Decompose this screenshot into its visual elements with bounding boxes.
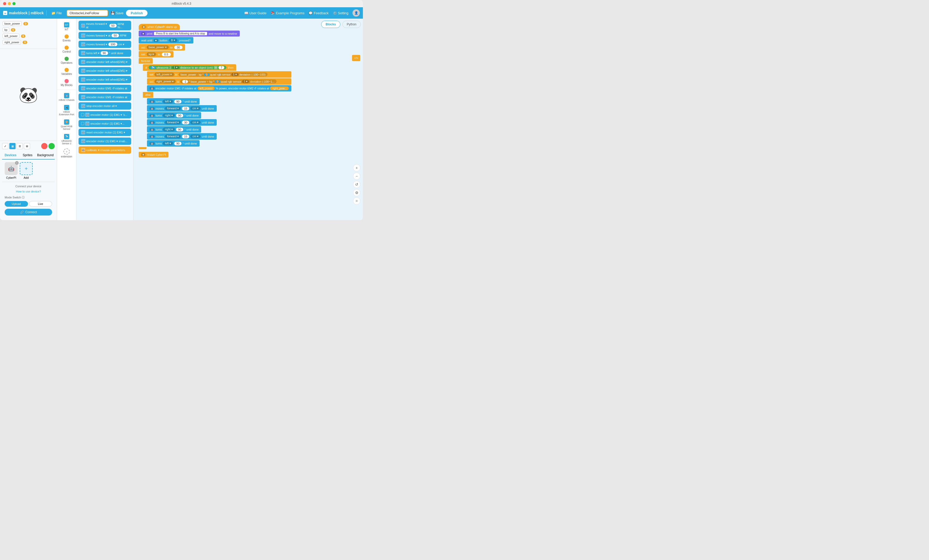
block-encoder-motor-rotates-1[interactable]: 🤖 encoder motor EM1 ↺ rotates at: [78, 85, 131, 92]
sensor-num-dropdown[interactable]: 1 ▾: [172, 66, 179, 69]
move-dir-fwd1[interactable]: forward ▾: [165, 106, 181, 110]
block-turns-right-90a[interactable]: 🤖 turns right ▾ 90 ° until done: [147, 112, 201, 119]
view-normal-button[interactable]: ▦: [9, 143, 15, 149]
turn-dir-left2[interactable]: left ▾: [163, 141, 173, 145]
rgb-num-dropdown-2[interactable]: 1 ▾: [242, 80, 249, 83]
feedback-button[interactable]: 💬 Feedback: [308, 11, 328, 15]
left-power-dropdown-2[interactable]: left_power ▾: [155, 72, 174, 77]
setting-button[interactable]: ⚙️ Setting: [333, 11, 348, 15]
move-unit-cm2[interactable]: cm ▾: [190, 121, 201, 124]
block-moves-forward-30[interactable]: 🤖 moves forward ▾ 30 cm ▾ until done: [147, 119, 217, 125]
block-reset-encoder[interactable]: 🤖 reset encoder motor (1) EM1 ▾: [78, 129, 131, 136]
device-remove-button[interactable]: ×: [15, 161, 19, 165]
zoom-out-button[interactable]: −: [353, 173, 360, 180]
code-canvas[interactable]: Blocks Python </> ■ when CyberPi starts …: [133, 18, 363, 220]
user-guide-button[interactable]: 📖 User Guide: [244, 11, 267, 15]
right-power-dropdown-2[interactable]: right_power ▾: [155, 80, 176, 83]
category-mbot2-chassis[interactable]: 🤖 mBot2 Chassis: [57, 92, 76, 103]
turn-dir-left[interactable]: left ▾: [163, 99, 173, 103]
block-encoder-em1-checkbox[interactable]: 🤖 encoder motor (1) EM1 ▾ 's...: [78, 111, 131, 118]
add-device-item[interactable]: + Add: [20, 162, 33, 179]
checkbox-2[interactable]: [81, 122, 84, 125]
tab-background[interactable]: Background: [36, 151, 55, 159]
code-snippet-button[interactable]: </>: [352, 55, 360, 61]
block-turns-left-90[interactable]: 🤖 turns left ▾ 90 ° until done: [147, 98, 199, 105]
category-iot[interactable]: IoT IoT: [57, 21, 76, 32]
block-set-left-power[interactable]: set left_power ▾ to base_power - kp * 🎨 …: [147, 71, 291, 78]
how-to-use-link[interactable]: How to use device?: [16, 190, 41, 193]
button-b-dropdown[interactable]: B ▾: [169, 38, 177, 42]
publish-button[interactable]: Publish: [126, 10, 147, 16]
block-moves-forward-15b[interactable]: 🤖 moves forward ▾ 15 cm ▾ until done: [147, 133, 217, 139]
reset-view-button[interactable]: ↺: [353, 181, 360, 188]
block-print[interactable]: ■ print Press B to start line following …: [139, 31, 240, 37]
block-encoder-em1-checkbox-2[interactable]: 🤖 encoder motor (1) EM1 ▾...: [78, 120, 131, 127]
view-expand-button[interactable]: ⤢: [2, 143, 8, 149]
stop-button[interactable]: [41, 143, 48, 149]
block-moves-forward-cm[interactable]: 🤖 moves forward ▾ 100 cm ▾: [78, 41, 131, 48]
block-turns-left-90b[interactable]: 🤖 turns left ▾ 90 ° until done: [147, 140, 199, 147]
tab-devices[interactable]: Devices: [2, 151, 19, 159]
category-extension[interactable]: + extension: [57, 147, 76, 159]
block-turns-left[interactable]: 🤖 turns left ▾ 90 ° until done: [78, 49, 131, 57]
rgb-num-dropdown[interactable]: 1 ▾: [231, 73, 238, 76]
category-ultrasonic[interactable]: 📡 Ultrasonic Sensor 2: [57, 132, 76, 146]
block-moves-forward-rpm-for[interactable]: 🤖 moves forward ▾ at 50 RPM fo...: [78, 21, 131, 30]
example-programs-button[interactable]: 📚 Example Programs: [271, 11, 305, 15]
block-restart-cyberpi[interactable]: ■ restart CyberPi: [139, 152, 169, 158]
settings-zoom-button[interactable]: ⚙: [353, 189, 360, 196]
block-if[interactable]: if 📡 ultrasonic 2 1 ▾ distance to an obj…: [143, 64, 236, 71]
turn-dir-right2[interactable]: right ▾: [163, 127, 175, 131]
view-small-button[interactable]: ☰: [17, 143, 23, 149]
block-stop-encoder-motor[interactable]: 🤖 stop encoder motor all ▾: [78, 102, 131, 110]
turn-dir-right1[interactable]: right ▾: [163, 113, 175, 117]
minimize-button[interactable]: [8, 2, 11, 5]
file-menu-button[interactable]: 📁 File: [49, 10, 64, 16]
block-turns-right-90b[interactable]: 🤖 turns right ▾ 90 ° until done: [147, 126, 201, 133]
add-device-button[interactable]: +: [20, 162, 33, 175]
block-set-kp[interactable]: set kp ▾ to 0.5: [139, 51, 173, 58]
maximize-button[interactable]: [12, 2, 15, 5]
block-moves-forward-15[interactable]: 🤖 moves forward ▾ 15 cm ▾ until done: [147, 105, 217, 112]
live-mode-button[interactable]: Live: [29, 201, 52, 207]
upload-mode-button[interactable]: Upload: [5, 201, 28, 207]
save-button[interactable]: 💾 Save: [111, 11, 124, 15]
block-encoder-motor-1[interactable]: 🤖 encoder motor left wheel(EM1) ▾: [78, 58, 131, 66]
block-encoder-motor-3[interactable]: 🤖 encoder motor left wheel(EM1) ▾: [78, 76, 131, 83]
block-set-base-power[interactable]: set base_power ▾ to 30: [139, 44, 185, 50]
block-encoder-enable[interactable]: 🤖 encoder motor (1) EM1 ▾ enab...: [78, 138, 131, 145]
project-name-input[interactable]: [67, 10, 108, 16]
block-calibrate-chassis[interactable]: 🤖 calibrate ▾ chassis parameters: [78, 146, 131, 154]
block-encoder-motor-em1[interactable]: 🤖 encoder motor EM1 ↺ rotates at left_po…: [147, 85, 291, 92]
equals-button[interactable]: =: [353, 197, 360, 205]
category-mbot2-extension[interactable]: 🔌 mBot2 Extension Port: [57, 103, 76, 117]
block-encoder-motor-rotates-2[interactable]: 🤖 encoder motor EM1 ↺ rotates at: [78, 93, 131, 101]
category-quad-rgb[interactable]: 🎨 Quad RGB Sensor: [57, 118, 76, 132]
tab-sprites[interactable]: Sprites: [19, 151, 36, 159]
category-events[interactable]: Events: [57, 33, 76, 43]
category-operators[interactable]: Operators: [57, 55, 76, 66]
python-view-button[interactable]: Python: [342, 21, 361, 28]
block-encoder-motor-2[interactable]: 🤖 encoder motor left wheel(EM1) ▾: [78, 67, 131, 74]
move-unit-cm3[interactable]: cm ▾: [190, 135, 201, 138]
user-avatar[interactable]: 👤: [353, 9, 360, 17]
move-unit-cm1[interactable]: cm ▾: [190, 106, 201, 110]
connect-button[interactable]: 🔗 Connect: [5, 209, 52, 216]
category-my-blocks[interactable]: My Blocks: [57, 78, 76, 88]
blocks-view-button[interactable]: Blocks: [321, 21, 340, 28]
checkbox-1[interactable]: [81, 113, 84, 116]
block-moves-forward-rpm[interactable]: 🤖 moves forward ▾ at 50 RPM: [78, 32, 131, 39]
category-control[interactable]: Control: [57, 44, 76, 55]
block-set-right-power[interactable]: set right_power ▾ to -1 * base_power + k…: [147, 78, 291, 85]
zoom-in-button[interactable]: +: [353, 164, 360, 171]
hat-block-when-cyberpi-starts[interactable]: ■ when CyberPi starts up: [139, 24, 180, 30]
move-dir-fwd2[interactable]: forward ▾: [165, 121, 181, 124]
block-forever[interactable]: forever: [139, 58, 153, 64]
go-button[interactable]: [49, 143, 55, 149]
base-power-dropdown[interactable]: base_power ▾: [147, 45, 169, 49]
block-wait-until[interactable]: wait until ■ button B ▾ pressed?: [139, 37, 193, 43]
kp-dropdown[interactable]: kp ▾: [147, 52, 156, 56]
move-dir-fwd3[interactable]: forward ▾: [165, 135, 181, 138]
category-variables[interactable]: Variables: [57, 66, 76, 77]
view-grid-button[interactable]: ⊞: [24, 143, 30, 149]
